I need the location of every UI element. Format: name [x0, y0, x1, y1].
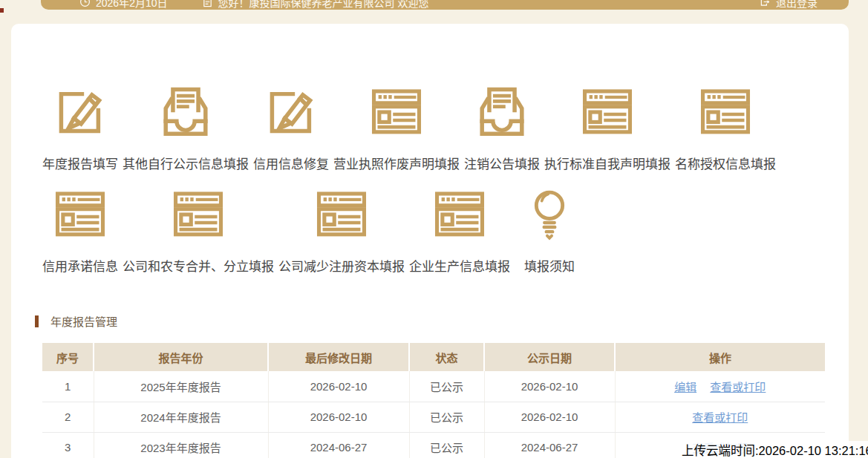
cell-year: 2025年年度报告 [94, 371, 268, 402]
quick-actions-row-1: 年度报告填写 其他自行公示信息填报 信用信息修复 营业执照作废声明填报 注销公告… [11, 24, 849, 172]
col-header-year: 报告年份 [94, 343, 268, 371]
cell-seq: 3 [42, 432, 94, 458]
bulb-icon [521, 186, 578, 243]
table-row: 1 2025年年度报告 2026-02-10 已公示 2026-02-10 编辑… [42, 371, 825, 402]
col-header-status: 状态 [409, 343, 484, 371]
action-label: 注销公告填报 [464, 154, 540, 172]
edit-icon [51, 83, 109, 141]
action-name-authorization[interactable]: 名称授权信息填报 [675, 83, 776, 172]
action-capital-reduction[interactable]: 公司减少注册资本填报 [278, 186, 405, 275]
form-icon [313, 186, 371, 243]
main-content-card: 年度报告填写 其他自行公示信息填报 信用信息修复 营业执照作废声明填报 注销公告… [11, 24, 849, 458]
action-cancellation-notice[interactable]: 注销公告填报 [464, 83, 540, 172]
cell-modified: 2026-02-10 [268, 371, 409, 402]
action-label: 公司和农专合并、分立填报 [123, 256, 274, 275]
action-other-self-publicity[interactable]: 其他自行公示信息填报 [123, 83, 249, 172]
date-group: 2026年2月10日 [79, 0, 168, 10]
cell-seq: 1 [42, 371, 94, 402]
action-label: 执行标准自我声明填报 [544, 154, 670, 172]
action-label: 公司减少注册资本填报 [278, 256, 405, 275]
form-icon [169, 186, 227, 243]
action-label: 年度报告填写 [42, 154, 118, 172]
form-icon [578, 83, 636, 141]
form-icon [431, 186, 489, 243]
action-license-invalid-declare[interactable]: 营业执照作废声明填报 [333, 83, 460, 172]
action-label: 信用承诺信息 [42, 256, 118, 275]
cell-status: 已公示 [409, 432, 484, 458]
col-header-modified: 最后修改日期 [268, 343, 409, 371]
cell-published: 2026-02-10 [484, 402, 615, 432]
cell-seq: 2 [42, 402, 94, 432]
action-label: 名称授权信息填报 [675, 154, 776, 172]
left-edge-artifact [0, 8, 4, 13]
logout-label: 退出登录 [776, 0, 818, 10]
section-title: 年度报告管理 [50, 313, 117, 329]
cell-year: 2023年年度报告 [94, 432, 268, 458]
form-icon [696, 83, 754, 141]
current-date: 2026年2月10日 [96, 0, 168, 10]
top-bar: 2026年2月10日 您好！康投国际保健养老产业有限公司 欢迎您 退出登录 [41, 0, 849, 10]
action-production-info[interactable]: 企业生产信息填报 [409, 186, 510, 275]
cell-modified: 2024-06-27 [268, 432, 409, 458]
action-merger-division[interactable]: 公司和农专合并、分立填报 [123, 186, 274, 275]
document-icon [202, 0, 213, 7]
edit-link[interactable]: 编辑 [674, 381, 696, 393]
action-label: 企业生产信息填报 [409, 256, 510, 275]
greeting-group: 您好！康投国际保健养老产业有限公司 欢迎您 [202, 0, 429, 10]
annual-report-filing-page: { "topbar": { "date": "2026年2月10日", "gre… [0, 0, 868, 458]
inbox-icon [157, 83, 215, 141]
action-label: 填报须知 [524, 256, 575, 275]
cell-year: 2024年年度报告 [94, 402, 268, 432]
action-standard-self-declare[interactable]: 执行标准自我声明填报 [544, 83, 670, 172]
section-marker [35, 315, 39, 327]
edit-icon [262, 83, 320, 141]
col-header-seq: 序号 [42, 343, 94, 371]
clock-icon [79, 0, 91, 7]
action-annual-report-fill[interactable]: 年度报告填写 [42, 83, 118, 172]
action-credit-repair[interactable]: 信用信息修复 [253, 83, 329, 172]
action-label: 信用信息修复 [253, 154, 329, 172]
inbox-icon [473, 83, 531, 141]
cell-modified: 2026-02-10 [268, 402, 409, 432]
action-credit-commitment[interactable]: 信用承诺信息 [42, 186, 118, 275]
logout-button[interactable]: 退出登录 [760, 0, 818, 10]
col-header-actions: 操作 [615, 343, 825, 371]
upload-time-watermark: 上传云端时间:2026-02-10 13:21:16 [680, 441, 868, 458]
cell-actions: 编辑 查看或打印 [615, 371, 825, 402]
quick-actions-row-2: 信用承诺信息 公司和农专合并、分立填报 公司减少注册资本填报 企业生产信息填报 … [11, 186, 849, 275]
table-header: 序号 报告年份 最后修改日期 状态 公示日期 操作 [42, 343, 825, 371]
view-print-link[interactable]: 查看或打印 [692, 411, 748, 424]
cell-published: 2024-06-27 [484, 432, 615, 458]
cell-actions: 查看或打印 [615, 402, 825, 432]
action-filling-notice[interactable]: 填报须知 [521, 186, 578, 275]
action-label: 营业执照作废声明填报 [333, 154, 460, 172]
form-icon [368, 83, 425, 141]
cell-status: 已公示 [409, 371, 484, 402]
view-print-link[interactable]: 查看或打印 [710, 381, 766, 393]
section-heading: 年度报告管理 [35, 313, 849, 329]
cell-status: 已公示 [409, 402, 484, 432]
table-row: 2 2024年年度报告 2026-02-10 已公示 2026-02-10 查看… [42, 402, 825, 432]
action-label: 其他自行公示信息填报 [123, 154, 249, 172]
cell-published: 2026-02-10 [484, 371, 615, 402]
logout-icon [760, 0, 771, 7]
form-icon [51, 186, 109, 243]
user-greeting: 您好！康投国际保健养老产业有限公司 欢迎您 [218, 0, 429, 10]
col-header-published: 公示日期 [484, 343, 615, 371]
